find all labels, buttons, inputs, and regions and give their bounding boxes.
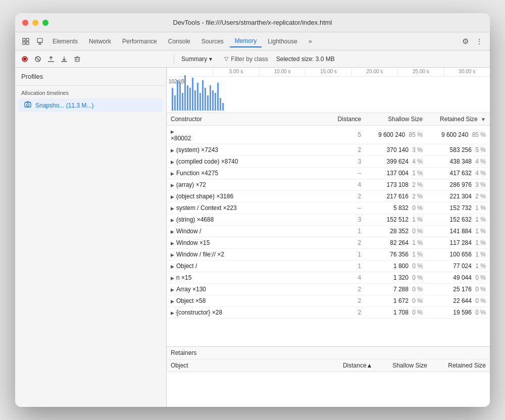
- devtools-window: DevTools - file:///Users/stmarthe/x-repl…: [15, 13, 490, 407]
- svg-rect-4: [37, 38, 42, 42]
- cell-retained: 22 644 0 %: [427, 295, 490, 307]
- cell-retained: 152 732 1 %: [427, 202, 490, 214]
- table-row[interactable]: ▶ ×8000259 600 240 85 %9 600 240 85 %: [167, 126, 490, 144]
- cell-constructor: ▶(system) ×7243: [167, 144, 328, 156]
- tab-sources[interactable]: Sources: [196, 36, 229, 47]
- svg-rect-1: [23, 42, 25, 44]
- snapshot-icon: [24, 101, 31, 110]
- data-table[interactable]: Constructor Distance Shallow Size Retain…: [167, 113, 490, 346]
- retainers-header-retained[interactable]: Retained Size: [431, 359, 490, 372]
- upload-icon[interactable]: [45, 54, 57, 65]
- table-row[interactable]: ▶n ×1541 320 0 %49 044 0 %: [167, 272, 490, 284]
- timeline-bar: [189, 88, 191, 111]
- dropdown-arrow-icon: ▾: [209, 56, 212, 63]
- svg-rect-11: [75, 58, 79, 62]
- expand-arrow[interactable]: ▶: [171, 287, 174, 292]
- table-row[interactable]: ▶(string) ×46883152 512 1 %152 632 1 %: [167, 214, 490, 226]
- expand-arrow[interactable]: ▶: [171, 310, 174, 316]
- tab-performance[interactable]: Performance: [117, 36, 162, 47]
- table-row[interactable]: ▶Window / file:// ×2176 356 1 %100 656 1…: [167, 249, 490, 260]
- maximize-button[interactable]: [42, 20, 48, 26]
- table-body: ▶ ×8000259 600 240 85 %9 600 240 85 %▶(s…: [167, 126, 490, 319]
- expand-arrow[interactable]: ▶: [171, 218, 174, 223]
- stop-icon[interactable]: [32, 54, 43, 65]
- more-options-icon[interactable]: ⋮: [473, 35, 486, 48]
- cell-distance: –: [328, 168, 365, 179]
- close-button[interactable]: [22, 20, 28, 26]
- table-row[interactable]: ▶(array) ×724173 108 2 %286 976 3 %: [167, 179, 490, 191]
- cell-shallow: 173 108 2 %: [365, 179, 427, 191]
- expand-arrow[interactable]: ▶: [171, 276, 174, 281]
- timeline-bar: [199, 93, 201, 111]
- expand-arrow[interactable]: ▶: [171, 160, 174, 165]
- tab-memory[interactable]: Memory: [230, 35, 262, 47]
- retainers-header-shallow[interactable]: Shallow Size: [376, 359, 431, 372]
- table-row[interactable]: ▶(compiled code) ×87403399 624 4 %438 34…: [167, 156, 490, 168]
- cell-distance: 1: [328, 226, 365, 237]
- cell-retained: 9 600 240 85 %: [427, 126, 490, 144]
- sidebar-item-snapshot[interactable]: Snapshо... (11.3 M...): [18, 98, 163, 112]
- expand-arrow[interactable]: ▶: [171, 194, 174, 199]
- expand-arrow[interactable]: ▶: [171, 129, 174, 134]
- table-row[interactable]: ▶Object /11 800 0 %77 024 1 %: [167, 260, 490, 272]
- filter-label: Filter by class: [231, 56, 268, 63]
- timeline-bar: [187, 85, 188, 111]
- summary-button[interactable]: Summary ▾: [177, 54, 216, 64]
- expand-arrow[interactable]: ▶: [171, 183, 174, 188]
- table-row[interactable]: ▶(object shape) ×31862217 616 2 %221 304…: [167, 191, 490, 202]
- inspect-icon[interactable]: [19, 35, 32, 48]
- cell-distance: 4: [328, 179, 365, 191]
- svg-rect-5: [39, 43, 41, 44]
- record-icon[interactable]: [19, 54, 30, 65]
- expand-arrow[interactable]: ▶: [171, 299, 174, 304]
- svg-rect-2: [26, 38, 29, 41]
- svg-point-16: [27, 104, 29, 107]
- timeline-bar: [202, 80, 204, 111]
- expand-arrow[interactable]: ▶: [171, 264, 174, 269]
- tab-network[interactable]: Network: [84, 36, 116, 47]
- cell-shallow: 28 352 0 %: [365, 226, 427, 237]
- table-row[interactable]: ▶Function ×4275–137 004 1 %417 632 4 %: [167, 168, 490, 179]
- timeline-bar: [194, 90, 196, 111]
- timeline-bar: [172, 88, 173, 111]
- timeline-bar: [220, 98, 221, 111]
- garbage-icon[interactable]: [72, 54, 83, 65]
- expand-arrow[interactable]: ▶: [171, 148, 174, 153]
- expand-arrow[interactable]: ▶: [171, 229, 174, 234]
- retainers-header-object[interactable]: Object: [167, 359, 328, 372]
- header-retained[interactable]: Retained Size ▼: [427, 113, 490, 126]
- expand-arrow[interactable]: ▶: [171, 171, 174, 176]
- header-distance[interactable]: Distance: [328, 113, 365, 126]
- minimize-button[interactable]: [32, 20, 38, 26]
- filter-button[interactable]: ▽ Filter by class: [220, 54, 272, 64]
- cell-shallow: 137 004 1 %: [365, 168, 427, 179]
- header-shallow[interactable]: Shallow Size: [365, 113, 427, 126]
- table-row[interactable]: ▶{constructor} ×2821 708 0 %19 596 0 %: [167, 307, 490, 319]
- cell-retained: 583 256 5 %: [427, 144, 490, 156]
- header-constructor[interactable]: Constructor: [167, 113, 328, 126]
- download-icon[interactable]: [59, 54, 70, 65]
- table-row[interactable]: ▶system / Context ×223–5 832 0 %152 732 …: [167, 202, 490, 214]
- expand-arrow[interactable]: ▶: [171, 241, 174, 246]
- table-row[interactable]: ▶Array ×13027 288 0 %25 176 0 %: [167, 284, 490, 295]
- timeline-bar: [174, 95, 176, 111]
- retainers-header-distance[interactable]: Distance▲: [328, 359, 376, 372]
- toolbar: Summary ▾ ▽ Filter by class Selected siz…: [15, 50, 490, 68]
- tab-more[interactable]: »: [304, 36, 317, 47]
- table-row[interactable]: ▶(system) ×72432370 140 3 %583 256 5 %: [167, 144, 490, 156]
- cell-retained: 152 632 1 %: [427, 214, 490, 226]
- timeline-bar: [192, 78, 193, 111]
- tab-elements[interactable]: Elements: [47, 36, 83, 47]
- expand-arrow[interactable]: ▶: [171, 206, 174, 211]
- settings-icon[interactable]: ⚙: [459, 35, 472, 48]
- table-row[interactable]: ▶Window ×15282 264 1 %117 284 1 %: [167, 237, 490, 249]
- tab-lighthouse[interactable]: Lighthouse: [263, 36, 302, 47]
- cell-shallow: 82 264 1 %: [365, 237, 427, 249]
- device-icon[interactable]: [33, 35, 46, 48]
- table-row[interactable]: ▶Window /128 352 0 %141 884 1 %: [167, 226, 490, 237]
- cell-retained: 100 656 1 %: [427, 249, 490, 260]
- expand-arrow[interactable]: ▶: [171, 252, 174, 257]
- table-row[interactable]: ▶Object ×5821 672 0 %22 644 0 %: [167, 295, 490, 307]
- tab-console[interactable]: Console: [163, 36, 195, 47]
- cell-constructor: ▶Object ×58: [167, 295, 328, 307]
